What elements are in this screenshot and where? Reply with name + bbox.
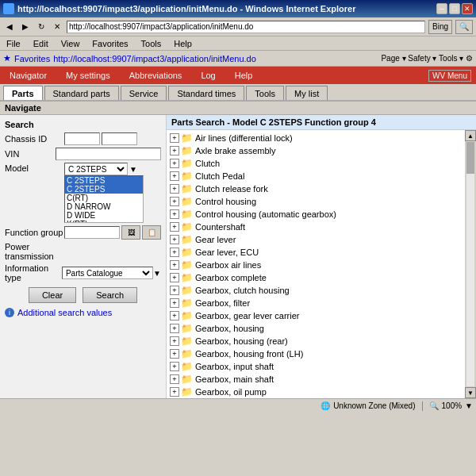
forward-button[interactable]: ▶ [19, 21, 32, 33]
tree-expand-icon[interactable]: + [170, 298, 179, 308]
model-option-c2steps-2[interactable]: C 2STEPS [65, 185, 143, 194]
menu-help[interactable]: Help [171, 39, 195, 48]
refresh-button[interactable]: ↻ [35, 21, 48, 33]
tree-item[interactable]: + 📁 Gearbox, input shaft [168, 360, 463, 373]
model-option-crt[interactable]: C(RT) [65, 194, 143, 202]
tree-item[interactable]: + 📁 Axle brake assembly [168, 144, 463, 157]
tree-expand-icon[interactable]: + [170, 286, 179, 295]
menu-tools[interactable]: Tools [138, 39, 165, 48]
address-input[interactable] [67, 21, 425, 33]
scrollbar[interactable]: ▲ ▼ [465, 130, 476, 398]
tab-my-list[interactable]: My list [286, 86, 328, 100]
tree-item[interactable]: + 📁 Clutch Pedal [168, 170, 463, 182]
tree-expand-icon[interactable]: + [170, 387, 179, 397]
tree-expand-icon[interactable]: + [170, 260, 179, 270]
tree-expand-icon[interactable]: + [170, 133, 179, 143]
model-expanded-list[interactable]: C 2STEPS C 2STEPS C(RT) D NARROW D WIDE … [64, 175, 144, 223]
tree-view[interactable]: + 📁 Air lines (differential lock) + 📁 Ax… [167, 130, 465, 398]
nav-navigator[interactable]: Navigator [5, 69, 52, 82]
search-button[interactable]: Search [83, 287, 137, 303]
model-dropdown-arrow[interactable]: ▼ [129, 165, 137, 174]
maximize-button[interactable]: □ [449, 3, 460, 14]
tree-expand-icon[interactable]: + [170, 146, 179, 155]
tree-item[interactable]: + 📁 Gear lever, ECU [168, 246, 463, 259]
chassis-id-input-2[interactable] [102, 132, 137, 145]
nav-my-settings[interactable]: My settings [61, 69, 115, 82]
tree-item[interactable]: + 📁 Gearbox, housing front (LH) [168, 347, 463, 360]
menu-favorites[interactable]: Favorites [89, 39, 131, 48]
nav-log[interactable]: Log [196, 69, 220, 82]
stop-button[interactable]: ✕ [51, 21, 63, 33]
tab-standard-times[interactable]: Standard times [168, 86, 244, 100]
model-option-c2steps[interactable]: C 2STEPS [65, 176, 143, 185]
tree-item[interactable]: + 📁 Air lines (differential lock) [168, 132, 463, 144]
tree-item[interactable]: + 📁 Gearbox air lines [168, 259, 463, 271]
tree-expand-icon[interactable]: + [170, 171, 179, 181]
close-button[interactable]: ✕ [462, 3, 473, 14]
func-icon-1[interactable]: 🖼 [121, 225, 140, 240]
vin-label: VIN [5, 149, 56, 159]
tree-item[interactable]: + 📁 Clutch release fork [168, 182, 463, 195]
tab-service[interactable]: Service [121, 86, 167, 100]
favorites-label[interactable]: Favorites [14, 54, 50, 63]
function-group-input[interactable] [64, 226, 120, 239]
info-type-arrow[interactable]: ▼ [153, 269, 161, 278]
menu-file[interactable]: File [3, 39, 24, 48]
tree-expand-icon[interactable]: + [170, 248, 179, 257]
info-type-label: Information type [5, 263, 62, 282]
tree-item[interactable]: + 📁 Gearbox, gear lever carrier [168, 309, 463, 322]
model-option-dwide[interactable]: D WIDE [65, 211, 143, 220]
clear-button[interactable]: Clear [29, 287, 76, 303]
tree-expand-icon[interactable]: + [170, 222, 179, 232]
menu-view[interactable]: View [58, 39, 83, 48]
tree-expand-icon[interactable]: + [170, 159, 179, 168]
tree-expand-icon[interactable]: + [170, 336, 179, 346]
tree-item[interactable]: + 📁 Gearbox, housing (rear) [168, 335, 463, 347]
ie-search-button[interactable]: 🔍 [455, 20, 473, 34]
back-button[interactable]: ◀ [3, 21, 16, 33]
tree-item[interactable]: + 📁 Countershaft [168, 221, 463, 233]
tree-item[interactable]: + 📁 Clutch [168, 157, 463, 170]
tree-expand-icon[interactable]: + [170, 197, 179, 206]
additional-search-link[interactable]: i Additional search values [5, 308, 161, 317]
nav-abbreviations[interactable]: Abbreviations [125, 69, 187, 82]
model-option-dnarrow[interactable]: D NARROW [65, 202, 143, 211]
tab-standard-parts[interactable]: Standard parts [44, 86, 119, 100]
chassis-id-input-1[interactable] [64, 132, 100, 145]
vin-input[interactable] [56, 148, 161, 160]
tab-tools[interactable]: Tools [246, 86, 284, 100]
tree-expand-icon[interactable]: + [170, 184, 179, 194]
tree-expand-icon[interactable]: + [170, 362, 179, 371]
scroll-up-button[interactable]: ▲ [465, 130, 476, 141]
scroll-thumb[interactable] [466, 142, 474, 174]
nav-help[interactable]: Help [230, 69, 258, 82]
menu-edit[interactable]: Edit [30, 39, 52, 48]
search-go-button[interactable]: Bing [428, 20, 452, 34]
tree-expand-icon[interactable]: + [170, 349, 179, 359]
minimize-button[interactable]: ─ [436, 3, 447, 14]
tree-item[interactable]: + 📁 Gearbox, oil pump [168, 386, 463, 398]
model-select[interactable]: C 2STEPS [64, 163, 128, 175]
tree-item[interactable]: + 📁 Gearbox complete [168, 271, 463, 284]
tree-item[interactable]: + 📁 Gearbox, housing [168, 322, 463, 335]
tree-expand-icon[interactable]: + [170, 374, 179, 384]
tree-item[interactable]: + 📁 Gearbox, main shaft [168, 373, 463, 386]
zoom-arrow[interactable]: ▼ [465, 401, 473, 410]
tree-expand-icon[interactable]: + [170, 235, 179, 244]
func-icon-2[interactable]: 📋 [142, 225, 161, 240]
tree-expand-icon[interactable]: + [170, 311, 179, 321]
favorites-url[interactable]: http://localhost:9907/impact3/applicatio… [53, 54, 256, 63]
tree-item[interactable]: + 📁 Control housing (automatic gearbox) [168, 208, 463, 221]
tree-expand-icon[interactable]: + [170, 273, 179, 282]
tab-parts[interactable]: Parts [3, 86, 43, 100]
info-type-select[interactable]: Parts Catalogue [62, 267, 153, 279]
tree-expand-icon[interactable]: + [170, 209, 179, 219]
additional-search-text[interactable]: Additional search values [17, 308, 112, 317]
scroll-down-button[interactable]: ▼ [465, 387, 476, 398]
tree-item[interactable]: + 📁 Gear lever [168, 233, 463, 246]
tree-expand-icon[interactable]: + [170, 324, 179, 333]
model-option-krt[interactable]: K(RT) [65, 220, 143, 223]
tree-item[interactable]: + 📁 Gearbox, filter [168, 297, 463, 309]
tree-item[interactable]: + 📁 Control housing [168, 195, 463, 208]
tree-item[interactable]: + 📁 Gearbox, clutch housing [168, 284, 463, 297]
